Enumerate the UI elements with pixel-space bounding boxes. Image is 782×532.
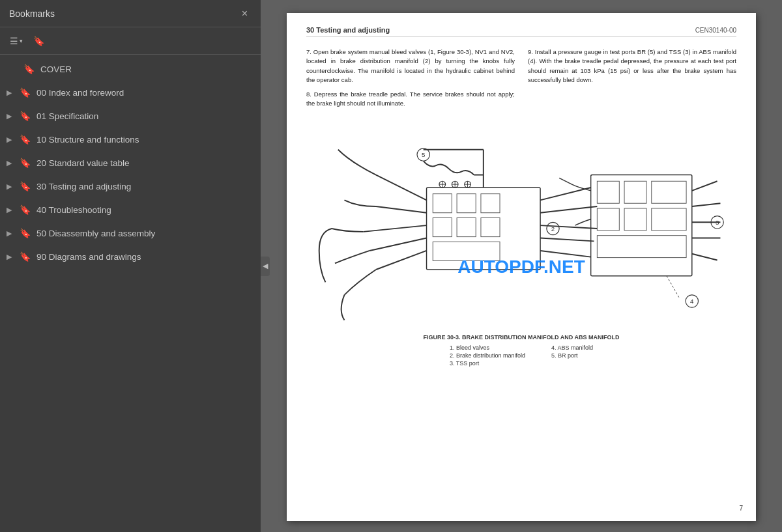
bookmark-icon-50: 🔖 <box>20 228 31 238</box>
sidebar: Bookmarks × ☰ ▾ 🔖 🔖 COVER ▶ 🔖 00 Index a… <box>0 0 261 532</box>
legend-item-5: 5. BR port <box>551 352 593 359</box>
content-col-right: 9. Install a pressure gauge in test port… <box>528 48 736 114</box>
bookmark-icon-00: 🔖 <box>20 87 31 98</box>
bookmark-list: 🔖 COVER ▶ 🔖 00 Index and foreword ▶ 🔖 01… <box>0 55 261 532</box>
bookmark-icon-10: 🔖 <box>20 134 31 145</box>
list-view-button[interactable]: ☰ ▾ <box>7 34 26 48</box>
bookmark-item-40[interactable]: ▶ 🔖 40 Troubleshooting <box>0 198 261 221</box>
step-7: 7. Open brake system manual bleed valves… <box>306 48 515 85</box>
step-9: 9. Install a pressure gauge in test port… <box>528 48 736 85</box>
sidebar-collapse-arrow[interactable]: ◀ <box>261 257 270 276</box>
figure-legend: 1. Bleed valves 2. Brake distribution ma… <box>306 344 736 367</box>
bookmark-item-90[interactable]: ▶ 🔖 90 Diagrams and drawings <box>0 245 261 268</box>
legend-item-2: 2. Brake distribution manifold <box>450 352 525 359</box>
bookmark-label-30: 30 Testing and adjusting <box>36 182 254 191</box>
bookmark-item-01[interactable]: ▶ 🔖 01 Specification <box>0 104 261 128</box>
legend-item-1: 1. Bleed valves <box>450 344 525 351</box>
chevron-icon-90: ▶ <box>7 253 17 261</box>
main-content: 30 Testing and adjusting CEN30140-00 7. … <box>261 0 782 532</box>
bookmark-icon-40: 🔖 <box>20 204 31 215</box>
page-header: 30 Testing and adjusting CEN30140-00 <box>306 26 736 37</box>
bookmark-item-50[interactable]: ▶ 🔖 50 Disassembly and assembly <box>0 221 261 245</box>
figure-legend-col-left: 1. Bleed valves 2. Brake distribution ma… <box>450 344 525 367</box>
bookmark-label-20: 20 Standard value table <box>36 158 254 168</box>
figure-area: 5 <box>306 124 736 367</box>
sidebar-header: Bookmarks × <box>0 0 261 27</box>
chevron-icon-40: ▶ <box>7 206 17 214</box>
svg-rect-0 <box>313 124 730 326</box>
bookmark-icon-30: 🔖 <box>20 181 31 191</box>
bookmark-label-01: 01 Specification <box>36 111 254 121</box>
bookmark-label-00: 00 Index and foreword <box>36 88 254 98</box>
legend-item-4: 4. ABS manifold <box>551 344 593 351</box>
bookmark-item-30[interactable]: ▶ 🔖 30 Testing and adjusting <box>0 175 261 198</box>
bookmark-label-90: 90 Diagrams and drawings <box>36 252 254 262</box>
bookmark-label-40: 40 Troubleshooting <box>36 205 254 215</box>
list-icon: ☰ <box>10 36 18 46</box>
page-container: 30 Testing and adjusting CEN30140-00 7. … <box>287 13 756 521</box>
bookmark-icon-20: 🔖 <box>20 158 31 168</box>
figure-caption: FIGURE 30-3. BRAKE DISTRIBUTION MANIFOLD… <box>306 334 736 341</box>
svg-text:5: 5 <box>422 151 425 158</box>
chevron-icon-00: ▶ <box>7 89 17 97</box>
legend-item-3: 3. TSS port <box>450 360 525 367</box>
chevron-icon-10: ▶ <box>7 135 17 144</box>
page-section-title: 30 Testing and adjusting <box>306 26 390 34</box>
close-button[interactable]: × <box>238 7 252 20</box>
bookmark-item-cover[interactable]: 🔖 COVER <box>0 57 261 81</box>
bookmark-item-00[interactable]: ▶ 🔖 00 Index and foreword <box>0 81 261 104</box>
content-area: 7. Open brake system manual bleed valves… <box>306 48 736 114</box>
brake-diagram-svg: 5 <box>313 124 730 326</box>
bookmark-view-button[interactable]: 🔖 <box>30 34 48 48</box>
bookmark-icon: 🔖 <box>33 36 44 46</box>
figure-legend-col-right: 4. ABS manifold 5. BR port <box>551 344 593 367</box>
svg-text:4: 4 <box>690 298 694 305</box>
chevron-icon-20: ▶ <box>7 159 17 167</box>
dropdown-arrow: ▾ <box>20 38 23 44</box>
page-doc-code: CEN30140-00 <box>695 27 736 34</box>
bookmark-item-10[interactable]: ▶ 🔖 10 Structure and functions <box>0 128 261 151</box>
svg-text:3: 3 <box>716 219 719 226</box>
bookmark-icon-cover: 🔖 <box>23 64 35 74</box>
step-8: 8. Depress the brake treadle pedal. The … <box>306 90 515 109</box>
bookmark-label-50: 50 Disassembly and assembly <box>36 229 254 238</box>
chevron-icon-50: ▶ <box>7 229 17 238</box>
bookmark-item-20[interactable]: ▶ 🔖 20 Standard value table <box>0 151 261 175</box>
chevron-icon-01: ▶ <box>7 112 17 120</box>
bookmark-icon-90: 🔖 <box>20 251 31 262</box>
page-number: 7 <box>739 505 743 512</box>
content-col-left: 7. Open brake system manual bleed valves… <box>306 48 515 114</box>
svg-text:2: 2 <box>551 225 555 232</box>
bookmark-icon-01: 🔖 <box>20 111 31 121</box>
chevron-icon-30: ▶ <box>7 182 17 191</box>
bookmark-label-cover: COVER <box>40 64 254 74</box>
sidebar-toolbar: ☰ ▾ 🔖 <box>0 27 261 55</box>
sidebar-title: Bookmarks <box>9 8 55 19</box>
bookmark-label-10: 10 Structure and functions <box>36 135 254 145</box>
